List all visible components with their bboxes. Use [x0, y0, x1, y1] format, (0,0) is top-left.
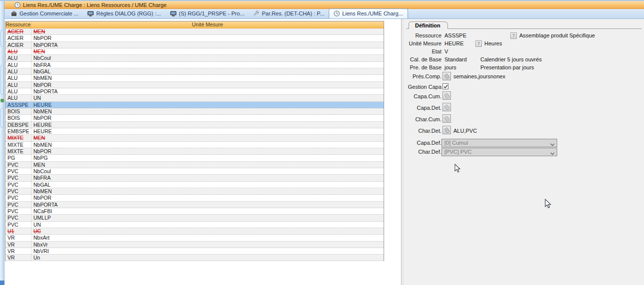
cell-ressource: MIXTE [5, 142, 31, 148]
table-row[interactable]: VR Un [5, 255, 384, 261]
table-row[interactable]: PVC UN [5, 222, 384, 228]
table-row[interactable]: EMBSPE HEURE [5, 128, 384, 135]
cell-unite-mesure: NbFRA [31, 62, 384, 68]
table-row[interactable]: PVC NbFRA [5, 175, 384, 181]
dock-icon [0, 99, 4, 102]
capa-def-label: Capa.Def. [403, 140, 441, 146]
table-row[interactable]: PVC NbGAL [5, 182, 384, 188]
table-row[interactable]: PVC NbPOR [5, 195, 384, 201]
table-row[interactable]: ACIER NbPOR [5, 35, 384, 41]
table-row[interactable]: MIXTE NbPOR [5, 148, 384, 155]
cell-ressource: ACIER [5, 42, 31, 48]
table-row[interactable]: PVC NbMEN [5, 188, 384, 195]
table-row[interactable]: PVC NbCoul [5, 168, 384, 175]
tab-gestion-commerciale[interactable]: Gestion Commerciale ... [6, 9, 83, 18]
cell-unite-mesure: UN [31, 95, 384, 101]
cell-ressource: EMBSPE [5, 128, 31, 134]
table-row[interactable]: ACIER MEN [5, 28, 384, 35]
cell-ressource: ASSSPE [5, 102, 31, 108]
table-row[interactable]: ALU NbFRA [5, 62, 384, 68]
tab-liens-res-ume-active[interactable]: Liens Res./UME Charg... [329, 8, 408, 18]
table-row[interactable]: BOIS NbMEN [5, 108, 384, 115]
capa-cum-label: Capa.Cum. [403, 93, 441, 99]
ressource-value: ASSSPE [444, 32, 466, 38]
table-row[interactable]: DEBSPE HEURE [5, 122, 384, 128]
table-row[interactable]: VR NbxVr [5, 242, 384, 248]
dock-notch[interactable] [0, 30, 3, 47]
help-button[interactable]: ? [510, 32, 517, 39]
clock-icon [334, 10, 340, 16]
cell-ressource: VR [5, 255, 31, 261]
cell-ressource: BOIS [5, 108, 31, 114]
table-row[interactable]: ALU NbPOR [5, 82, 384, 88]
edit-grid-button[interactable] [442, 72, 451, 80]
ressource-label: Ressource [403, 32, 441, 38]
dock-foot [0, 281, 4, 285]
resource-ume-table: Ressource Unité Mesure ACIER MEN ACIER N… [5, 21, 384, 261]
table-row[interactable]: ALU NbGAL [5, 68, 384, 75]
table-row[interactable]: ALU NbPORTA [5, 88, 384, 95]
chevron-down-icon [550, 141, 555, 147]
cell-unite-mesure: NbPOR [31, 35, 384, 41]
cell-unite-mesure: Un [31, 255, 384, 261]
table-row[interactable]: ALU NbMEN [5, 75, 384, 81]
capa-def-dropdown[interactable]: [0] Cumul [441, 139, 557, 147]
table-row[interactable]: PVC NCaFBI [5, 208, 384, 215]
cell-unite-mesure: NbMEN [31, 75, 384, 81]
table-row[interactable]: PVC UMLLP [5, 215, 384, 221]
edit-grid-button[interactable] [442, 114, 451, 123]
help-button[interactable]: ? [475, 40, 482, 47]
tab-label: (S) RGG/1_PRSPE - Pro... [179, 10, 244, 16]
cell-ressource: VR [5, 248, 31, 254]
table-row[interactable]: ACIER NbPORTA [5, 42, 384, 48]
table-row[interactable]: ALU MEN [5, 48, 384, 55]
table-row[interactable]: ALU NbCoul [5, 55, 384, 61]
edit-grid-button[interactable] [442, 91, 451, 100]
table-row[interactable]: U1 UC [5, 228, 384, 235]
table-row[interactable]: ALU UN [5, 95, 384, 101]
table-row[interactable]: PG NbPG [5, 155, 384, 161]
char-cum-label: Char.Cum. [403, 116, 441, 122]
cell-unite-mesure: NbPOR [31, 115, 384, 121]
table-row[interactable]: MIXTE NbMEN [5, 142, 384, 148]
cell-unite-mesure: NbPORTA [31, 88, 384, 94]
briefcase-icon [11, 11, 17, 16]
cell-ressource: ALU [5, 48, 31, 54]
cell-ressource: VR [5, 235, 31, 241]
definition-panel: Définition Ressource ASSSPE ? Assemblage… [403, 19, 644, 285]
table-row[interactable]: VR NbVRI [5, 248, 384, 255]
cell-ressource: PVC [5, 222, 31, 228]
cell-ressource: ALU [5, 55, 31, 61]
table-row[interactable]: ASSSPE HEURE [5, 102, 384, 108]
column-header-unite-mesure[interactable]: Unité Mesure [31, 21, 384, 28]
cell-ressource: ALU [5, 75, 31, 81]
dock-strip[interactable] [0, 1, 4, 285]
cell-unite-mesure: UC [31, 228, 384, 234]
gestion-capa-checkbox[interactable] [442, 83, 448, 89]
column-header-ressource[interactable]: Ressource [5, 21, 31, 28]
table-row[interactable]: BOIS NbPOR [5, 115, 384, 121]
table-row[interactable]: PVC NbPORTA [5, 202, 384, 208]
pre-de-base-value: jours [444, 64, 456, 70]
tab-rgg-prspe[interactable]: (S) RGG/1_PRSPE - Pro... [166, 9, 249, 18]
tab-regles-dialog[interactable]: Règles DIALOG (RGG) :... [83, 9, 166, 18]
edit-grid-button[interactable] [442, 126, 451, 134]
cell-ressource: PVC [5, 182, 31, 188]
table-row[interactable]: VR NbxArt [5, 235, 384, 241]
unite-mesure-description: Heures [484, 40, 502, 46]
dock-notch[interactable] [0, 65, 3, 95]
cell-ressource: ALU [5, 68, 31, 74]
cell-unite-mesure: NbMEN [31, 188, 384, 194]
dock-notch[interactable] [0, 108, 3, 128]
table-row[interactable]: PVC MEN [5, 162, 384, 168]
tab-par-res[interactable]: Par.Res. (DET-CHA) : P... [249, 9, 329, 18]
unite-mesure-label: Unité Mesure [403, 40, 441, 46]
application-window: Liens Res./UME Charge : Liens Ressources… [0, 0, 644, 285]
cell-unite-mesure: NbCoul [31, 55, 384, 61]
table-row[interactable]: MIXTE MEN [5, 135, 384, 141]
char-def-dropdown[interactable]: [PVC] PVC [441, 148, 557, 156]
edit-grid-button[interactable] [442, 103, 451, 111]
cell-ressource: PVC [5, 208, 31, 214]
tab-definition[interactable]: Définition [409, 21, 448, 29]
cell-unite-mesure: MEN [31, 162, 384, 168]
